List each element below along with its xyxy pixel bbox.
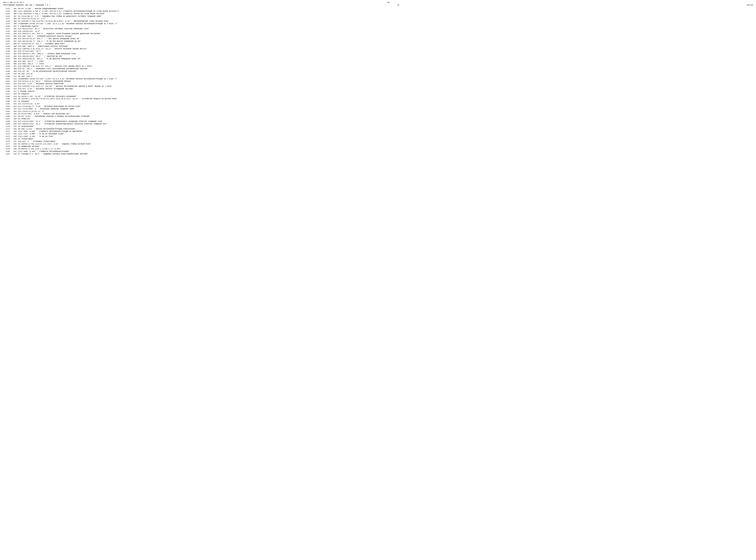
row-text: Р ПРОЧИЕ РАБОТЫ* <box>18 90 753 93</box>
row-num2: 385 <box>11 10 18 13</box>
row-text: СТСБОРНИКЧ.2#ТАБ.12(=19)' 1,633' 15,6,2,… <box>18 78 753 80</box>
table-row: 1141402Е15-294(А1=7,43)' 1003,1' ' ЗАТИР… <box>3 53 753 55</box>
row-text: Е15-201(А1=81)' 96,4' ' ШТУКАТУРКА НАРУЖ… <box>18 28 753 30</box>
row-num2: 428 <box>11 118 18 120</box>
row-num1: 1158 <box>3 95 11 98</box>
row-num1: 1135 <box>3 38 11 40</box>
row-num2: 415 <box>11 85 18 87</box>
row-num1: 1136 <box>3 40 11 42</box>
row-text: Р ОТДЕЛОЧНЫЕ РАБОТЫ* <box>18 25 753 27</box>
table-row: 1136397Е15-297(А1=20,7)' 150,1' ' ТО ЖЕ,… <box>3 40 753 42</box>
row-text: Е9-209' 0,243' ' МОНТАЖ МЕТАЛЛОКОНСТРУКЦ… <box>18 128 753 130</box>
row-num1: 1161 <box>3 103 11 105</box>
table-row: 1135396Е15-297(А1=18,8)' 659,7' ' + ПРИ … <box>3 38 753 40</box>
row-num2: 409 <box>11 70 18 73</box>
program-name: ПРОГРАММНЫЙ КОМПЛЕКС АВС-3ЕС ( РЕДАКЦИЯ … <box>3 4 50 6</box>
table-row: 1179440Е9-50#ТЕХ.Ч.ТАБ.2(А4.1,1)(А5.1,1)… <box>3 148 753 150</box>
table-row: 1131392Е15-201(А1=81)' 96,4' ' ШТУКАТУРК… <box>3 28 753 30</box>
row-num2: 425 <box>11 110 18 113</box>
row-num1: 1175 <box>3 138 11 140</box>
row-text: Е15-624(А1.0,3)' 38,8' ' ОКРАСКА НАЛИЧНИ… <box>18 80 753 82</box>
row-num2: 417 <box>11 90 18 93</box>
row-num2: 397 <box>11 40 18 42</box>
row-text: Е15-530' 929,1' ' КРЕМНЕОРГАНИЧЕСКАЯ ОКР… <box>18 35 753 38</box>
row-text: Е15-210(А1=33)' 76,6* <box>18 30 753 33</box>
row-num1: 1124 <box>3 10 11 13</box>
table-row: 1123384Е9-94' 0,195' ' МОНТАЖ ПОДДЕРЖИВА… <box>3 7 753 10</box>
row-text: С121-1829#ТЕХ.Ч.ТАБ.3' 0,189' 253+19.1,0… <box>18 10 753 13</box>
row-num1: 1132 <box>3 30 11 33</box>
row-text: П2 КОЛЕСООТБОЙ* <box>18 125 753 128</box>
row-num1: 1147 <box>3 68 11 70</box>
row-num1: 1137 <box>3 43 11 45</box>
table-row: 1169430Е27-169(А1=133)' 91,5' ' УСТРОЙСТ… <box>3 123 753 125</box>
table-row: 1125386С121-1822#ТЕХ.Ч.ТАБ.3' 0,006' 267… <box>3 13 753 15</box>
table-row: 1151412СТСБОРНИКЧ.2#ТАБ.12(=19)' 1,633' … <box>3 78 753 80</box>
row-num1: 1156 <box>3 90 11 93</box>
row-num2: 433 <box>11 130 18 133</box>
page-number: 32 <box>397 4 399 6</box>
main-table: 1123384Е9-94' 0,195' ' МОНТАЖ ПОДДЕРЖИВА… <box>3 7 753 155</box>
table-row: 1166427Е6-83' 0,021' ' ОБРАМЛЕНИЕ КРЫЛЬЦ… <box>3 115 753 118</box>
row-num1: 1128 <box>3 20 11 22</box>
row-num2: 418 <box>11 93 18 95</box>
row-num2: 391 <box>11 25 18 27</box>
row-text: П2 ПОДВЕСНОЙ ПОТОЛОК* <box>18 145 753 147</box>
row-num1: 1138 <box>3 45 11 47</box>
table-row: 1164425Е11-73(А1=71,6)(А1.4)' 3* <box>3 110 753 113</box>
header-top: 503-1-100.13.91 АЛ.7 50 <box>3 2 753 3</box>
row-num2: 426 <box>11 113 18 115</box>
row-num2: 403 <box>11 55 18 58</box>
row-num1: 1126 <box>3 15 11 18</box>
table-row: 1145406Е15-508' 496,5' ' + СТЕН* <box>3 63 753 65</box>
row-num2: 413 <box>11 80 18 82</box>
row-text: Е8-10(А1=7,54)' 24,15' ' УСТРОЙСТВО ПЕСЧ… <box>18 95 753 98</box>
row-num2: 407 <box>11 65 18 67</box>
table-row: 1174435С121-2109' 0,106' ' ТО ЖЕ,ИЗ ТРУБ… <box>3 135 753 138</box>
row-num2: 386 <box>11 13 18 15</box>
row-text: С121-2095' 0,049' ' СТОИМОСТЬ МЕТАЛЛОКОН… <box>18 130 753 133</box>
row-num1: 1170 <box>3 125 11 128</box>
row-num1: 1133 <box>3 33 11 35</box>
row-num2: 393 <box>11 30 18 33</box>
row-num2: 432 <box>11 128 18 130</box>
row-num1: 1155 <box>3 88 11 90</box>
row-num2: 388 <box>11 18 18 20</box>
row-num1: 1152 <box>3 80 11 82</box>
page-center: 50 <box>387 2 390 3</box>
row-num2: 419 <box>11 95 18 98</box>
table-row: 1160421П2 КРЫЛЬЦА* <box>3 100 753 103</box>
row-num2: 441 <box>11 150 18 153</box>
row-num1: 1131 <box>3 28 11 30</box>
row-num2: 435 <box>11 135 18 138</box>
row-num1: 1143 <box>3 58 11 60</box>
table-row: 1147408Е15-82' 155,1' ' ОБЛИЦОВКА СТЕН Г… <box>3 68 753 70</box>
row-text: Е15-256(А1=98,8)' 367,2' ' ТО ЖЕ,ВЫСОТОЙ… <box>18 58 753 60</box>
header-bar: ПРОГРАММНЫЙ КОМПЛЕКС АВС-3ЕС ( РЕДАКЦИЯ … <box>3 4 753 6</box>
table-row: 1134395Е15-530' 929,1' ' КРЕМНЕОРГАНИЧЕС… <box>3 35 753 38</box>
row-text: СТСБОРНИКЧ.2#ТАБ.12(=19)' 7,935' 15,6,2,… <box>18 23 753 25</box>
row-text: Е15-508' 496,5' ' + СТЕН* <box>18 63 753 65</box>
doc-number: 107220 <box>747 4 753 6</box>
row-text: П2 ОТМОСТКА* <box>18 118 753 120</box>
table-row: 1167428П2 ОТМОСТКА* <box>3 118 753 120</box>
row-text: Е27-173(А1=206)' 91,5' ' УСТРОЙСТВО ЩЕБЕ… <box>18 120 753 123</box>
row-num2: 430 <box>11 123 18 125</box>
row-num1: 1167 <box>3 118 11 120</box>
table-row: 1127388Е6-74(А1=32,6)(А1.3)' 2,4* <box>3 18 753 20</box>
row-text: Е15-509' 532,9' ' + СТЕН* <box>18 60 753 63</box>
row-text: Е13-138#ТЕХ.Ч.П1.6(А1.2)' 478,3' ' ОКРАС… <box>18 65 753 67</box>
row-text: Е6-15#ТАБ.1,2(А1=28,7+0,94.2+1,98+2,18+0… <box>18 98 753 100</box>
row-num2: 424 <box>11 108 18 110</box>
row-num2: 422 <box>11 103 18 105</box>
row-text: Е13-138#ТЕХ.Ч.П1.6(А1.2)' 211,5' ' ОКРАС… <box>18 48 753 50</box>
table-row: 1181442Е7-746#ДОП.8.1' 16,5' ' ПОДШИВКА … <box>3 153 753 155</box>
row-text: Е13-15' 26' ' ТО ЖЕ,КЕРАМИЧЕСКОЙ КИСЛОТО… <box>18 70 753 73</box>
row-text: Е15-297(А1=18,8)' 659,7' ' + ПРИ ВЫСОТЕ … <box>18 38 753 40</box>
row-num1: 1166 <box>3 115 11 118</box>
row-text: Е6-103#ТЕХ.Ч.ТАБ.1(А1=52,7+0,94+0,88-0,8… <box>18 20 753 22</box>
row-text: Е6-74(А1=32,6)(А1.3)' 2,4* <box>18 18 753 20</box>
table-row: 1165426Е8-61(А1=340)' 0,013' ' РЕШЕТКА Д… <box>3 113 753 115</box>
row-num1: 1178 <box>3 145 11 147</box>
row-text: Е13-153#ТЕХ.Ч.П1.6(А1.2)' 231,58' ' ОКРА… <box>18 85 753 87</box>
